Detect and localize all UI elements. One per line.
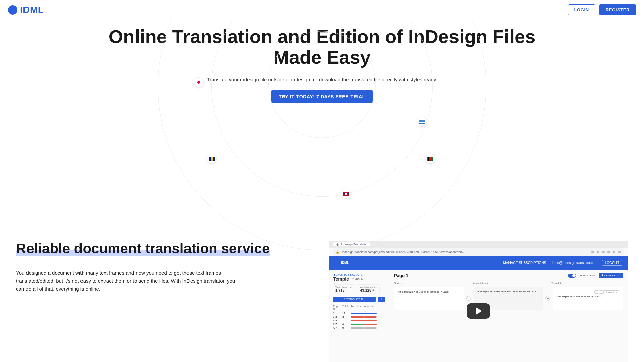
flag-laos-icon <box>341 189 351 198</box>
total-characters-stat: Total characters 1,718 <box>333 284 354 294</box>
action-chip[interactable] <box>594 290 599 294</box>
app-brand: IDML <box>341 261 349 265</box>
manage-subscriptions-link[interactable]: MANAGE SUBSCRIPTIONS <box>503 261 546 265</box>
back-to-projects-link[interactable]: ◀ BACK TO PROJECTS <box>333 273 385 276</box>
login-button[interactable]: LOGIN <box>568 4 595 15</box>
svg-rect-0 <box>11 8 11 12</box>
feature-copy: Reliable document translation service Yo… <box>16 241 315 362</box>
table-row[interactable]: 111 <box>333 312 385 315</box>
browser-url-bar: 🔒 indesign-translator.com/projects/a31f0… <box>332 248 624 256</box>
apply-right-icon[interactable]: ➜ <box>545 296 550 301</box>
translate-all-button[interactable]: ↻ TRANSLATE ALL <box>333 297 376 302</box>
col-source: Source <box>394 282 466 285</box>
svg-rect-3 <box>14 8 14 12</box>
browser-tab: ◐ Indesign Translator <box>333 242 370 246</box>
auth-buttons: LOGIN REGISTER <box>568 4 636 15</box>
share-button[interactable]: SHARE <box>355 278 363 280</box>
svg-rect-1 <box>12 8 12 12</box>
col-ai: AI assistance <box>473 282 544 285</box>
ai-assistance-toggle[interactable] <box>568 274 576 278</box>
share-icon: ⇪ <box>352 278 354 280</box>
tab-title: Indesign Translator <box>341 243 367 246</box>
url-text: indesign-translator.com/projects/a31f0a0… <box>342 250 465 254</box>
account-email[interactable]: demo@indesign-translator.com <box>551 261 597 265</box>
app-sidebar: ◀ BACK TO PROJECTS Temple ⇪ SHARE Total … <box>329 270 389 362</box>
page-label: Page 1 <box>394 273 408 278</box>
flag-barbados-icon <box>207 154 216 163</box>
feature-section: Reliable document translation service Yo… <box>0 241 644 362</box>
table-row[interactable]: 6-76 <box>333 323 385 326</box>
available-quotas-stat: Available quotas 43,128 + <box>358 284 379 294</box>
app-topbar: IDML MANAGE SUBSCRIPTIONS demo@indesign-… <box>329 256 628 270</box>
page-title: Online Translation and Edition of InDesi… <box>87 26 557 67</box>
site-header: IDML LOGIN REGISTER <box>0 0 644 20</box>
source-cell: An exploration of Buddhist temples in La… <box>394 287 464 310</box>
app-brand-mark-icon <box>334 260 339 265</box>
pages-table: Page No. Total Translated Accepted 111 2… <box>333 305 385 329</box>
brand-mark-icon <box>8 5 17 15</box>
validate-button[interactable]: ✎ VALIDATE <box>603 290 619 294</box>
brand-name: IDML <box>20 5 44 15</box>
flag-antarctica-icon <box>417 117 427 126</box>
svg-rect-2 <box>13 8 13 12</box>
table-row[interactable]: 2-33 <box>333 315 385 318</box>
table-row[interactable]: 4-51 <box>333 319 385 322</box>
translate-cell[interactable]: ✎ VALIDATE Une exploration des temples a… <box>553 287 623 310</box>
add-button[interactable]: + <box>378 297 385 302</box>
flag-afghanistan-icon <box>426 154 435 163</box>
browser-tab-bar: ◐ Indesign Translator <box>329 241 628 248</box>
download-button[interactable]: ⬇ DOWNLOAD <box>599 273 623 278</box>
app-main: Page 1 AI assistance ⬇ DOWNLOAD Source A… <box>389 270 628 362</box>
hero-subtitle: Translate your indesign file outside of … <box>0 77 644 82</box>
brand-logo[interactable]: IDML <box>8 5 44 15</box>
section-body: You designed a document with many text f… <box>16 269 244 293</box>
table-row[interactable]: A-A0 <box>333 326 385 329</box>
flag-japan-icon <box>194 78 203 87</box>
col-translate: Translate <box>551 282 623 285</box>
extension-icons <box>591 251 621 253</box>
lock-icon: 🔒 <box>336 250 339 254</box>
ai-toggle-label: AI assistance <box>579 274 595 277</box>
globe-icon: ◐ <box>336 243 339 246</box>
action-chip[interactable] <box>599 290 604 294</box>
section-heading: Reliable document translation service <box>16 241 270 256</box>
play-button-icon[interactable] <box>467 303 490 319</box>
hero: Online Translation and Edition of InDesi… <box>0 20 644 103</box>
logout-button[interactable]: LOGOUT <box>602 260 622 266</box>
register-button[interactable]: REGISTER <box>599 4 636 15</box>
cta-button[interactable]: TRY IT TODAY! 7 DAYS FREE TRIAL <box>271 90 373 103</box>
document-title: Temple <box>333 276 349 282</box>
demo-video[interactable]: ◐ Indesign Translator 🔒 indesign-transla… <box>329 241 628 362</box>
refresh-icon[interactable]: ↻ <box>466 296 471 301</box>
